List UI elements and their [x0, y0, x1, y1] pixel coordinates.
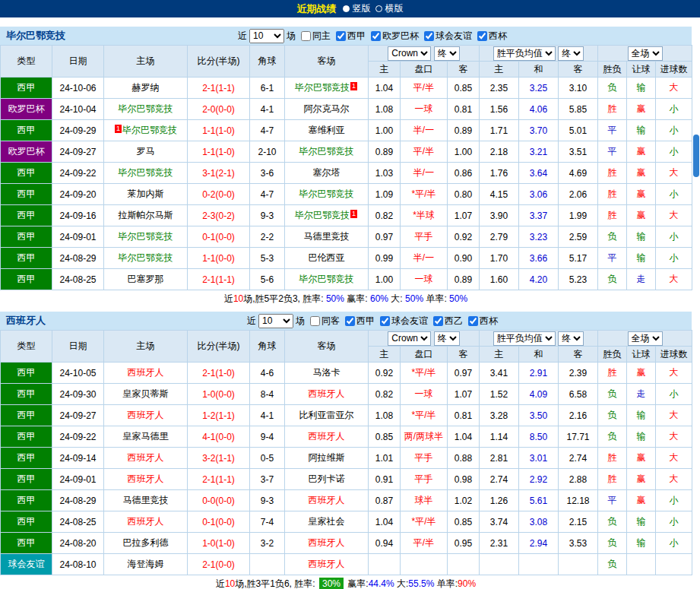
filter-checkbox-西乙[interactable] — [433, 316, 443, 326]
home-team[interactable]: 巴拉多利德 — [104, 533, 188, 554]
filter-checkbox-球会友谊[interactable] — [380, 316, 390, 326]
radio-unselected-icon — [375, 5, 382, 12]
odds-stage-select[interactable]: 终 — [434, 331, 460, 346]
filter-option-同客[interactable]: 同客 — [310, 315, 340, 328]
filter-checkbox-同客[interactable] — [310, 316, 320, 326]
col-away: 客场 — [285, 46, 369, 78]
odds-away: 0.80 — [448, 184, 480, 205]
away-team[interactable]: 马洛卡 — [285, 363, 369, 384]
summary-part: 90% — [458, 578, 476, 589]
match-count-select[interactable]: 10 — [249, 29, 284, 43]
filter-checkbox-球会友谊[interactable] — [424, 31, 434, 41]
filter-checkbox-西甲[interactable] — [345, 316, 355, 326]
filter-option-欧罗巴杯[interactable]: 欧罗巴杯 — [371, 30, 419, 43]
filter-checkbox-西甲[interactable] — [336, 31, 346, 41]
home-team[interactable]: 马德里竞技 — [104, 490, 188, 511]
away-team[interactable]: 毕尔巴鄂竞技1 — [285, 78, 369, 99]
home-team[interactable]: 皇家马德里 — [104, 426, 188, 448]
filter-checkbox-同主[interactable] — [301, 31, 311, 41]
avg-draw-odds: 8.50 — [519, 426, 559, 448]
away-team[interactable]: 西班牙人 — [285, 384, 369, 405]
away-team[interactable]: 塞尔塔 — [285, 163, 369, 184]
scope-select[interactable]: 全场 — [628, 331, 663, 346]
away-team[interactable]: 毕尔巴鄂竞技1 — [285, 205, 369, 226]
avg-away-odds: 3.10 — [559, 78, 598, 99]
avg-stage-select[interactable]: 终 — [558, 46, 584, 61]
odds-away: 0.88 — [448, 448, 480, 469]
away-team[interactable]: 皇家社会 — [285, 511, 369, 533]
home-team[interactable]: 毕尔巴鄂竞技 — [104, 248, 188, 269]
avg-away-odds: 17.71 — [559, 426, 598, 448]
away-team[interactable]: 马德里竞技 — [285, 226, 369, 248]
odds-stage-select[interactable]: 终 — [434, 46, 460, 61]
match-row: 西甲24-09-14西班牙人3-2(1-1)0-5阿拉维斯1.01平手0.882… — [1, 448, 692, 469]
filter-checkbox-欧罗巴杯[interactable] — [371, 31, 381, 41]
result-header-cell: 全场 — [598, 331, 692, 347]
home-team[interactable]: 皇家贝蒂斯 — [104, 384, 188, 405]
avg-draw-odds: 3.66 — [519, 248, 559, 269]
summary-part: 赢率: — [344, 293, 370, 306]
home-team[interactable]: 毕尔巴鄂竞技 — [104, 99, 188, 120]
away-team[interactable]: 阿尔克马尔 — [285, 99, 369, 120]
filter-checkbox-西杯[interactable] — [477, 31, 487, 41]
away-team[interactable]: 西班牙人 — [285, 490, 369, 511]
away-team[interactable]: 毕尔巴鄂竞技 — [285, 184, 369, 205]
home-team[interactable]: 毕尔巴鄂竞技 — [104, 163, 188, 184]
home-team[interactable]: 赫罗纳 — [104, 78, 188, 99]
home-team[interactable]: 西班牙人 — [104, 448, 188, 469]
match-date: 24-08-29 — [52, 490, 104, 511]
filter-option-西甲[interactable]: 西甲 — [345, 315, 375, 328]
layout-option-horizontal[interactable]: 横版 — [375, 2, 404, 15]
away-team[interactable]: 巴伦西亚 — [285, 248, 369, 269]
avg-odds-select[interactable]: 胜平负均值 — [493, 331, 556, 346]
home-team[interactable]: 海登海姆 — [104, 554, 188, 575]
filter-option-西乙[interactable]: 西乙 — [433, 315, 463, 328]
home-team[interactable]: 罗马 — [104, 141, 188, 163]
away-team[interactable]: 西班牙人 — [285, 533, 369, 554]
odds-source-select[interactable]: Crown — [388, 46, 431, 61]
filter-option-西杯[interactable]: 西杯 — [468, 315, 498, 328]
result-outcome: 胜 — [598, 363, 627, 384]
away-team[interactable]: 阿拉维斯 — [285, 448, 369, 469]
filter-option-球会友谊[interactable]: 球会友谊 — [380, 315, 428, 328]
avg-away-odds: 2.59 — [559, 226, 598, 248]
away-team[interactable]: 西班牙人 — [285, 426, 369, 448]
home-team[interactable]: 1毕尔巴鄂竞技 — [104, 120, 188, 141]
odds-away: 0.86 — [448, 163, 480, 184]
avg-stage-select[interactable]: 终 — [558, 331, 584, 346]
team-name-text: 毕尔巴鄂竞技 — [122, 125, 177, 135]
result-header-cell: 全场 — [598, 46, 692, 62]
match-count-select[interactable]: 10 — [258, 314, 293, 328]
away-team[interactable]: 塞维利亚 — [285, 120, 369, 141]
away-team[interactable]: 毕尔巴鄂竞技 — [285, 141, 369, 163]
filter-option-西杯[interactable]: 西杯 — [477, 30, 507, 43]
filter-checkbox-西杯[interactable] — [468, 316, 478, 326]
result-handicap: 赢 — [627, 205, 656, 226]
away-team[interactable]: 比利亚雷亚尔 — [285, 405, 369, 426]
filter-option-西甲[interactable]: 西甲 — [336, 30, 366, 43]
home-team[interactable]: 莱加内斯 — [104, 184, 188, 205]
home-team[interactable]: 西班牙人 — [104, 405, 188, 426]
subcol-客: 客 — [559, 347, 598, 363]
home-team[interactable]: 西班牙人 — [104, 363, 188, 384]
home-team[interactable]: 巴塞罗那 — [104, 269, 188, 290]
layout-option-vertical[interactable]: 竖版 — [343, 2, 371, 15]
home-team[interactable]: 西班牙人 — [104, 469, 188, 490]
avg-odds-select[interactable]: 胜平负均值 — [493, 46, 556, 61]
match-filter: 近 10 场 同主西甲欧罗巴杯球会友谊西杯 — [238, 29, 507, 43]
home-team[interactable]: 西班牙人 — [104, 511, 188, 533]
home-team[interactable]: 毕尔巴鄂竞技 — [104, 226, 188, 248]
away-team[interactable]: 毕尔巴鄂竞技 — [285, 269, 369, 290]
result-handicap: 输 — [627, 78, 656, 99]
away-team[interactable]: 西班牙人 — [285, 554, 369, 575]
scope-select[interactable]: 全场 — [628, 46, 663, 61]
summary-part: 50% — [449, 293, 467, 304]
home-team[interactable]: 拉斯帕尔马斯 — [104, 205, 188, 226]
filter-option-球会友谊[interactable]: 球会友谊 — [424, 30, 472, 43]
scrollbar-thumb[interactable] — [693, 135, 699, 177]
summary-part: 50% — [405, 293, 423, 304]
away-team[interactable]: 巴列卡诺 — [285, 469, 369, 490]
half-full-score: 2-1(1-1) — [188, 78, 250, 99]
odds-source-select[interactable]: Crown — [388, 331, 431, 346]
filter-option-同主[interactable]: 同主 — [301, 30, 331, 43]
